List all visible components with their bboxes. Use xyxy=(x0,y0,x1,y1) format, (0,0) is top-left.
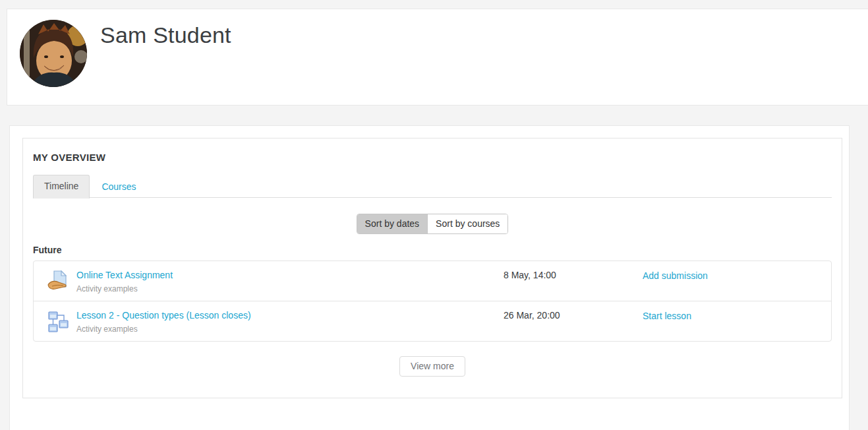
user-header-card: Sam Student xyxy=(7,9,868,106)
event-course-name: Activity examples xyxy=(76,324,504,334)
event-date: 8 May, 14:00 xyxy=(504,269,643,280)
event-action: Add submission xyxy=(643,269,821,282)
block-title: MY OVERVIEW xyxy=(33,152,832,163)
user-name: Sam Student xyxy=(100,22,231,48)
event-title-link[interactable]: Online Text Assignment xyxy=(76,270,173,280)
tab-timeline[interactable]: Timeline xyxy=(33,175,90,199)
add-submission-link[interactable]: Add submission xyxy=(643,270,708,281)
view-more-row: View more xyxy=(33,356,832,377)
event-row: Online Text Assignment Activity examples… xyxy=(34,261,831,301)
assignment-icon xyxy=(47,270,69,292)
event-date: 26 Mar, 20:00 xyxy=(504,309,643,321)
avatar-image xyxy=(20,20,87,87)
lesson-icon xyxy=(47,310,69,332)
event-action: Start lesson xyxy=(643,309,821,322)
section-heading-future: Future xyxy=(33,245,832,255)
start-lesson-link[interactable]: Start lesson xyxy=(643,311,691,321)
avatar xyxy=(20,20,87,87)
event-title-link[interactable]: Lesson 2 - Question types (Lesson closes… xyxy=(76,310,251,321)
my-overview-block: MY OVERVIEW Timeline Courses Sort by dat… xyxy=(22,138,842,398)
event-list: Online Text Assignment Activity examples… xyxy=(33,261,832,342)
sort-button-group: Sort by dates Sort by courses xyxy=(357,214,509,234)
sort-row: Sort by dates Sort by courses xyxy=(33,214,832,234)
event-course-name: Activity examples xyxy=(76,284,504,293)
tab-bar: Timeline Courses xyxy=(33,175,832,198)
sort-by-dates-button[interactable]: Sort by dates xyxy=(357,214,428,233)
sort-by-courses-button[interactable]: Sort by courses xyxy=(427,214,507,233)
view-more-button[interactable]: View more xyxy=(399,356,465,377)
event-text: Online Text Assignment Activity examples xyxy=(76,269,504,293)
event-row: Lesson 2 - Question types (Lesson closes… xyxy=(34,301,831,341)
dashboard-content-card: MY OVERVIEW Timeline Courses Sort by dat… xyxy=(9,125,850,430)
event-text: Lesson 2 - Question types (Lesson closes… xyxy=(76,309,504,334)
tab-courses[interactable]: Courses xyxy=(91,176,146,197)
